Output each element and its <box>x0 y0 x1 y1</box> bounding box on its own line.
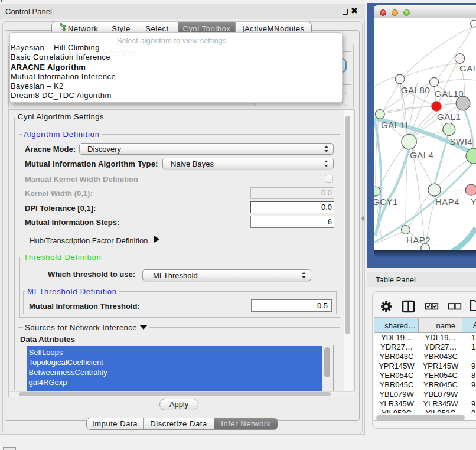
svg-text:Y: Y <box>471 197 476 207</box>
svg-text:GAL10: GAL10 <box>435 89 464 99</box>
svg-text:GAL2: GAL2 <box>459 63 476 73</box>
svg-text:GCY1: GCY1 <box>374 197 398 207</box>
svg-text:HAP2: HAP2 <box>406 235 431 245</box>
svg-text:SWI4: SWI4 <box>450 136 473 146</box>
svg-text:GAL80: GAL80 <box>401 85 430 95</box>
svg-text:GAL1: GAL1 <box>437 112 461 122</box>
svg-text:GAL11: GAL11 <box>381 120 409 130</box>
svg-text:GAL4: GAL4 <box>410 150 433 160</box>
svg-text:HAP4: HAP4 <box>435 197 459 207</box>
